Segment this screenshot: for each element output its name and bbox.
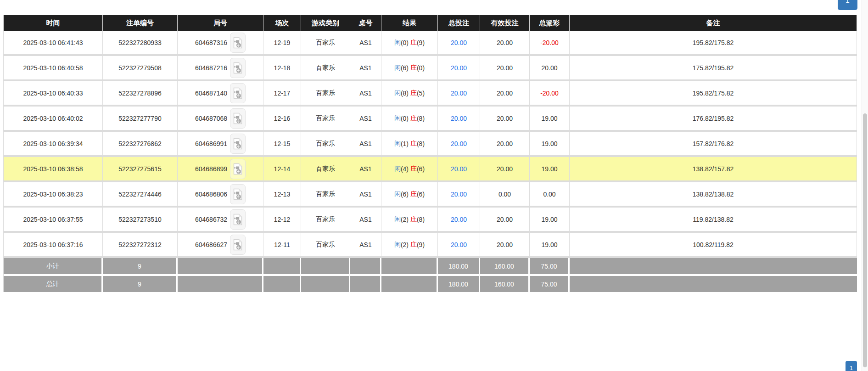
table-row: 2025-03-10 06:40:02522327277790604687068… [4, 107, 857, 132]
vertical-scrollbar-thumb[interactable] [863, 113, 867, 367]
cell-table-number: AS1 [350, 132, 381, 155]
video-replay-button[interactable] [230, 159, 246, 179]
result-player-label: 闲 [394, 190, 401, 198]
cell-table-number: AS1 [350, 56, 381, 79]
table-row: 2025-03-10 06:38:23522327274446604686806… [4, 182, 857, 208]
table-row-highlighted: 2025-03-10 06:38:58522327275615604686899… [4, 157, 857, 182]
result-player-score: (0) [401, 115, 409, 122]
cell-result: 闲(6) 庄(6) [381, 182, 438, 206]
video-film-icon [233, 138, 242, 150]
total-bet-link[interactable]: 20.00 [451, 241, 467, 248]
column-header-session: 场次 [263, 15, 301, 31]
subtotal-row-count: 9 [103, 258, 178, 274]
round-number-text: 604686899 [195, 165, 227, 173]
table-row: 2025-03-10 06:40:33522327278896604687140… [4, 81, 857, 107]
cell-total-payout: 19.00 [530, 132, 570, 155]
vertical-scrollbar-track[interactable] [862, 0, 868, 371]
table-footer: 小计9180.00160.0075.00总计9180.00160.0075.00 [4, 258, 857, 292]
cell-valid-bet: 20.00 [480, 31, 530, 54]
cell-result: 闲(0) 庄(9) [381, 31, 438, 54]
cell-total-bet: 20.00 [438, 233, 480, 256]
pagination-page-1-button-top[interactable]: 1 [838, 0, 857, 10]
subtotal-row-empty-cell [263, 258, 301, 274]
result-player-score: (1) [401, 140, 409, 147]
result-player-label: 闲 [394, 64, 401, 72]
cell-session: 12-12 [263, 208, 301, 231]
cell-session: 12-17 [263, 81, 301, 105]
bet-records-table: 时间注单编号局号场次游戏类别桌号结果总投注有效投注总派彩备注 2025-03-1… [3, 15, 857, 292]
result-banker-label: 庄 [410, 140, 417, 148]
video-replay-button[interactable] [230, 235, 246, 255]
result-banker-label: 庄 [410, 89, 417, 97]
cell-bet-number: 522327277790 [103, 107, 178, 130]
video-film-icon [233, 87, 242, 99]
total-bet-link[interactable]: 20.00 [451, 140, 467, 147]
cell-total-bet: 20.00 [438, 208, 480, 231]
cell-session: 12-11 [263, 233, 301, 256]
cell-game-type: 百家乐 [301, 56, 350, 79]
subtotal-row-label: 小计 [4, 258, 103, 274]
total-bet-link[interactable]: 20.00 [451, 90, 467, 97]
cell-session: 12-19 [263, 31, 301, 54]
result-player-label: 闲 [394, 165, 401, 173]
grand-total-row: 总计9180.00160.0075.00 [4, 276, 857, 292]
column-header-remark: 备注 [570, 15, 857, 31]
grand-total-row-empty-cell [263, 276, 301, 292]
column-header-game_type: 游戏类别 [301, 15, 350, 31]
total-bet-link[interactable]: 20.00 [451, 165, 467, 173]
result-banker-score: (8) [417, 216, 425, 223]
round-number-text: 604686627 [195, 241, 227, 248]
cell-total-payout: 0.00 [530, 182, 570, 206]
cell-valid-bet: 20.00 [480, 81, 530, 105]
cell-round-number: 604686806 [178, 182, 263, 206]
round-number-text: 604687140 [195, 90, 227, 97]
video-replay-button[interactable] [230, 58, 246, 78]
cell-game-type: 百家乐 [301, 182, 350, 206]
cell-game-type: 百家乐 [301, 208, 350, 231]
result-banker-score: (9) [417, 39, 425, 46]
table-header-row: 时间注单编号局号场次游戏类别桌号结果总投注有效投注总派彩备注 [4, 15, 857, 31]
cell-round-number: 604687140 [178, 81, 263, 105]
result-banker-score: (6) [417, 191, 425, 198]
video-replay-button[interactable] [230, 209, 246, 230]
cell-time: 2025-03-10 06:37:16 [4, 233, 103, 256]
cell-session: 12-15 [263, 132, 301, 155]
video-replay-button[interactable] [230, 134, 246, 154]
round-number-text: 604686732 [195, 216, 227, 223]
cell-table-number: AS1 [350, 31, 381, 54]
video-replay-button[interactable] [230, 184, 246, 204]
table-row: 2025-03-10 06:37:55522327273510604686732… [4, 208, 857, 233]
round-number-text: 604687316 [195, 39, 227, 46]
cell-total-bet: 20.00 [438, 157, 480, 180]
cell-time: 2025-03-10 06:40:02 [4, 107, 103, 130]
total-bet-link[interactable]: 20.00 [451, 64, 467, 72]
total-bet-link[interactable]: 20.00 [451, 39, 467, 46]
result-player-label: 闲 [394, 114, 401, 123]
cell-remark: 157.82/176.82 [570, 132, 857, 155]
result-player-label: 闲 [394, 140, 401, 148]
subtotal-row-remark [570, 258, 857, 274]
cell-session: 12-13 [263, 182, 301, 206]
round-number-text: 604686806 [195, 191, 227, 198]
video-replay-button[interactable] [230, 108, 246, 129]
cell-result: 闲(0) 庄(8) [381, 107, 438, 130]
cell-session: 12-14 [263, 157, 301, 180]
result-player-score: (0) [401, 39, 409, 46]
video-film-icon [233, 163, 242, 175]
cell-result: 闲(2) 庄(8) [381, 208, 438, 231]
video-film-icon [233, 239, 242, 251]
video-replay-button[interactable] [230, 83, 246, 103]
pagination-page-1-button-bottom[interactable]: 1 [846, 361, 857, 371]
column-header-time: 时间 [4, 15, 103, 31]
cell-total-bet: 20.00 [438, 132, 480, 155]
cell-game-type: 百家乐 [301, 107, 350, 130]
cell-session: 12-16 [263, 107, 301, 130]
cell-total-bet: 20.00 [438, 182, 480, 206]
total-bet-link[interactable]: 20.00 [451, 115, 467, 122]
total-bet-link[interactable]: 20.00 [451, 191, 467, 198]
cell-time: 2025-03-10 06:38:58 [4, 157, 103, 180]
total-bet-link[interactable]: 20.00 [451, 216, 467, 223]
cell-total-payout: -20.00 [530, 31, 570, 54]
video-replay-button[interactable] [230, 33, 246, 53]
subtotal-row: 小计9180.00160.0075.00 [4, 258, 857, 274]
